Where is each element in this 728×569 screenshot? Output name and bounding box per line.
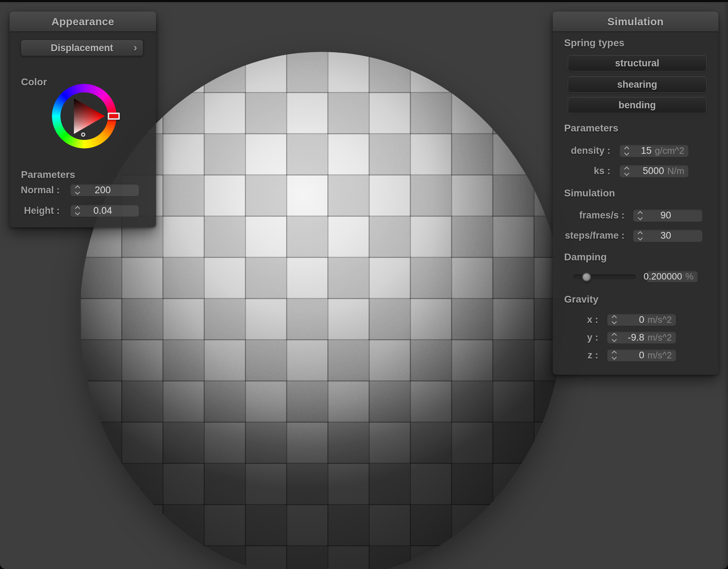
gravity-y-spinner[interactable]: -9.8 m/s^2	[607, 331, 676, 344]
density-spinner[interactable]: 15 g/cm^2	[619, 144, 689, 157]
density-label: density :	[553, 145, 610, 156]
gravity-section-label: Gravity	[564, 294, 599, 305]
gravity-z-spinner[interactable]: 0 m/s^2	[607, 349, 676, 362]
frames-spinner[interactable]: 90	[633, 209, 703, 222]
gravity-z-label: z :	[553, 350, 598, 361]
normal-label: Normal :	[10, 185, 60, 196]
steps-row: steps/frame : 30	[553, 229, 703, 242]
simulation-panel: Simulation Spring types structural shear…	[553, 12, 718, 375]
damping-value[interactable]: 0.200000	[643, 271, 682, 282]
color-section-label: Color	[21, 76, 47, 88]
gravity-x-row: x : 0 m/s^2	[553, 313, 676, 326]
frames-label: frames/s :	[553, 210, 625, 221]
spinner-down-icon[interactable]	[612, 337, 617, 342]
gravity-y-value[interactable]: -9.8	[628, 332, 644, 343]
steps-value[interactable]: 30	[642, 230, 690, 241]
hue-selector-marker[interactable]	[108, 113, 120, 120]
ks-unit: N/m	[667, 166, 684, 177]
normal-value[interactable]: 200	[79, 185, 126, 196]
displacement-dropdown-label: Displacement	[51, 43, 113, 54]
spring-types-label: Spring types	[564, 37, 625, 49]
ks-row: ks : 5000 N/m	[553, 164, 689, 178]
steps-spinner[interactable]: 30	[633, 229, 703, 242]
appearance-parameters-label: Parameters	[21, 169, 75, 180]
saturation-value-triangle[interactable]	[52, 84, 117, 148]
density-value[interactable]: 15	[641, 145, 652, 156]
ks-value[interactable]: 5000	[643, 166, 664, 177]
normal-spinner[interactable]: 200	[70, 184, 139, 196]
structural-toggle-button[interactable]: structural	[568, 55, 707, 71]
height-label: Height :	[10, 205, 60, 216]
gravity-y-label: y :	[553, 332, 598, 343]
damping-slider-knob[interactable]	[582, 272, 591, 282]
damping-unit: %	[685, 271, 694, 282]
height-row: Height : 0.04	[10, 204, 139, 217]
damping-slider-track[interactable]	[573, 275, 636, 279]
normal-row: Normal : 200	[10, 184, 139, 196]
gravity-y-unit: m/s^2	[647, 332, 672, 343]
color-wheel[interactable]	[52, 84, 117, 148]
gravity-x-unit: m/s^2	[647, 314, 672, 325]
displacement-dropdown-button[interactable]: Displacement ›	[21, 40, 143, 56]
damping-row: 0.200000 %	[553, 270, 718, 283]
bending-toggle-button[interactable]: bending	[568, 97, 707, 113]
spinner-down-icon[interactable]	[624, 150, 629, 155]
steps-label: steps/frame :	[553, 230, 625, 241]
height-spinner[interactable]: 0.04	[70, 204, 139, 217]
gravity-z-unit: m/s^2	[647, 350, 672, 361]
appearance-panel-title[interactable]: Appearance	[10, 12, 156, 32]
spinner-down-icon[interactable]	[612, 355, 617, 360]
spinner-down-icon[interactable]	[612, 319, 617, 324]
gravity-x-spinner[interactable]: 0 m/s^2	[607, 313, 676, 326]
simulation-panel-title[interactable]: Simulation	[553, 12, 718, 32]
gravity-z-value[interactable]: 0	[639, 350, 644, 361]
saturation-selector-marker[interactable]	[81, 132, 85, 137]
gravity-x-value[interactable]: 0	[639, 314, 644, 325]
gravity-y-row: y : -9.8 m/s^2	[553, 331, 676, 344]
spinner-down-icon[interactable]	[624, 170, 629, 175]
shearing-toggle-button[interactable]: shearing	[568, 76, 707, 93]
ks-spinner[interactable]: 5000 N/m	[619, 164, 689, 178]
density-row: density : 15 g/cm^2	[553, 144, 689, 157]
gravity-z-row: z : 0 m/s^2	[553, 349, 676, 362]
damping-value-box[interactable]: 0.200000 %	[646, 270, 698, 282]
density-unit: g/cm^2	[655, 145, 684, 156]
frames-value[interactable]: 90	[642, 210, 690, 221]
gravity-x-label: x :	[553, 314, 598, 325]
damping-section-label: Damping	[564, 251, 607, 263]
ks-label: ks :	[553, 166, 610, 177]
simulation-section-label: Simulation	[564, 188, 615, 199]
chevron-right-icon: ›	[133, 41, 137, 54]
appearance-panel: Appearance Displacement › Color Paramete…	[10, 12, 156, 227]
frames-row: frames/s : 90	[553, 209, 703, 222]
simulation-parameters-label: Parameters	[564, 123, 619, 134]
height-value[interactable]: 0.04	[79, 205, 126, 216]
